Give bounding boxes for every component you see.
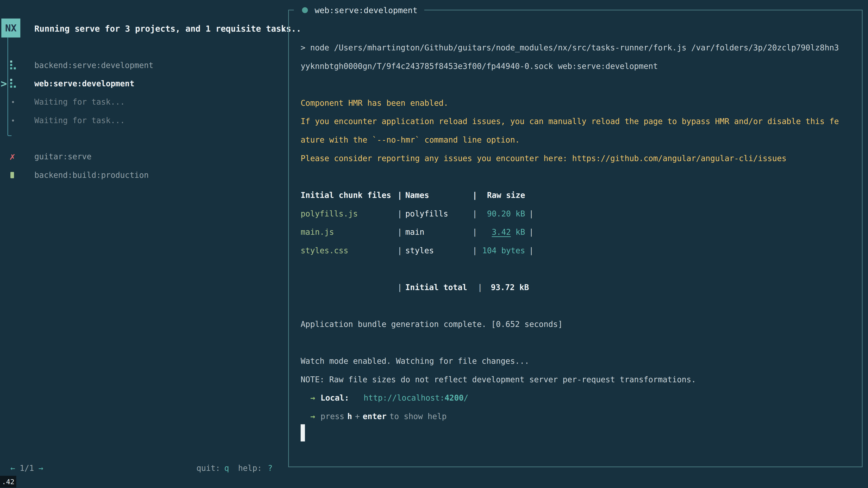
col-header-files: Initial chunk files — [301, 186, 391, 204]
task-label: backend:serve:development — [34, 61, 153, 70]
quit-label: quit: — [196, 464, 220, 473]
task-row[interactable]: backend:build:production — [0, 166, 287, 184]
spinner-icon — [10, 61, 17, 70]
task-label: backend:build:production — [34, 170, 149, 180]
help-key[interactable]: ? — [268, 464, 273, 473]
selection-chevron-icon: > — [1, 77, 7, 90]
hmr-warning-line: ature with the `--no-hmr` command line o… — [301, 131, 520, 149]
terminal-cursor — [301, 424, 305, 442]
table-pipe: | — [529, 241, 534, 260]
chunk-name: styles — [405, 241, 434, 260]
chunk-size: 3.42 kB — [479, 223, 525, 241]
table-pipe: | — [472, 186, 477, 204]
pager-label: 1/1 — [20, 464, 34, 473]
chunk-name: polyfills — [405, 204, 448, 223]
panel-title: web:serve:development — [294, 4, 424, 17]
panel-title-label: web:serve:development — [315, 6, 417, 15]
table-pipe: | — [472, 204, 477, 223]
watch-mode-line: Watch mode enabled. Watching for file ch… — [301, 352, 529, 370]
task-label: Waiting for task... — [34, 116, 125, 125]
pager-prev-arrow-icon[interactable]: ← — [10, 464, 15, 473]
chunk-file: polyfills.js — [301, 204, 358, 223]
terminal-command-line: > node /Users/mhartington/Github/guitars… — [301, 38, 839, 57]
terminal-command-line: yyknnbtgh0000gn/T/9f4c243785f8453e3f00/f… — [301, 57, 658, 75]
help-label: help: — [238, 464, 262, 473]
task-output-panel[interactable]: web:serve:development > node /Users/mhar… — [288, 10, 863, 467]
nx-tui-screen: NX Running serve for 3 projects, and 1 r… — [0, 0, 868, 488]
total-label: Initial total — [405, 278, 467, 297]
running-status-dot-icon — [302, 7, 308, 13]
waiting-dot-icon — [12, 101, 14, 103]
total-size: 93.72 kB — [481, 278, 529, 297]
chunk-file: main.js — [301, 223, 334, 241]
key-h: h — [347, 412, 352, 421]
scroll-indicator-dot — [282, 30, 284, 32]
bundle-complete-line: Application bundle generation complete. … — [301, 315, 563, 333]
task-label: guitar:serve — [34, 152, 92, 161]
task-row[interactable]: ✗ guitar:serve — [0, 147, 287, 166]
spinner-icon — [10, 79, 17, 88]
local-label: Local: — [320, 393, 349, 402]
task-label: web:serve:development — [34, 79, 134, 88]
table-pipe: | — [529, 223, 534, 241]
help-hint-line: → press h + enter to show help — [310, 407, 447, 426]
help-hint-rest: to show help — [390, 412, 447, 421]
key-enter: enter — [363, 412, 386, 421]
task-row[interactable]: Waiting for task... — [0, 111, 287, 130]
table-pipe: | — [472, 223, 477, 241]
chunk-table-header: Initial chunk files | Names | Raw size — [289, 186, 862, 204]
chunk-table-total-row: | Initial total | 93.72 kB — [289, 278, 862, 297]
arrow-right-icon: → — [310, 412, 315, 421]
page-title: Running serve for 3 projects, and 1 requ… — [34, 20, 301, 38]
table-pipe: | — [529, 204, 534, 223]
chunk-table-row: main.js | main | 3.42 kB | — [289, 223, 862, 241]
mouse-position-overlay: .42 — [0, 476, 16, 488]
table-pipe: | — [397, 278, 402, 297]
chunk-table-row: styles.css | styles | 104 bytes | — [289, 241, 862, 260]
local-url-line: → Local: http://localhost:4200/ — [310, 389, 468, 407]
table-pipe: | — [397, 223, 402, 241]
table-pipe: | — [397, 186, 402, 204]
success-square-icon — [10, 172, 14, 178]
plus-sign: + — [355, 412, 360, 421]
col-header-raw-size: Raw size — [479, 186, 525, 204]
quit-key[interactable]: q — [224, 464, 229, 473]
task-row[interactable]: Waiting for task... — [0, 93, 287, 111]
task-label: Waiting for task... — [34, 97, 125, 106]
hmr-warning-line: If you encounter application reload issu… — [301, 112, 839, 131]
shortcut-hints: quit: q help: ? — [196, 459, 273, 477]
local-url[interactable]: http://localhost:4200/ — [364, 393, 469, 402]
note-line: NOTE: Raw file sizes do not reflect deve… — [301, 370, 696, 389]
chunk-file: styles.css — [301, 241, 348, 260]
chunk-size: 90.20 kB — [479, 204, 525, 223]
task-row[interactable]: backend:serve:development — [0, 56, 287, 74]
failed-x-icon: ✗ — [9, 147, 15, 166]
nx-logo-badge: NX — [1, 19, 20, 37]
chunk-name: main — [405, 223, 424, 241]
hmr-warning-line: Please consider reporting any issues you… — [301, 149, 786, 168]
table-pipe: | — [397, 204, 402, 223]
waiting-dot-icon — [12, 120, 14, 122]
press-label: press — [320, 412, 344, 421]
chunk-table-row: polyfills.js | polyfills | 90.20 kB | — [289, 204, 862, 223]
pager: ← 1/1 → — [10, 459, 43, 477]
arrow-right-icon: → — [310, 393, 315, 402]
table-pipe: | — [472, 241, 477, 260]
hmr-warning-line: Component HMR has been enabled. — [301, 94, 448, 112]
task-row-selected[interactable]: > web:serve:development — [0, 74, 287, 93]
chunk-size: 104 bytes — [479, 241, 525, 260]
pager-next-arrow-icon[interactable]: → — [38, 464, 43, 473]
table-pipe: | — [397, 241, 402, 260]
col-header-names: Names — [405, 186, 429, 204]
